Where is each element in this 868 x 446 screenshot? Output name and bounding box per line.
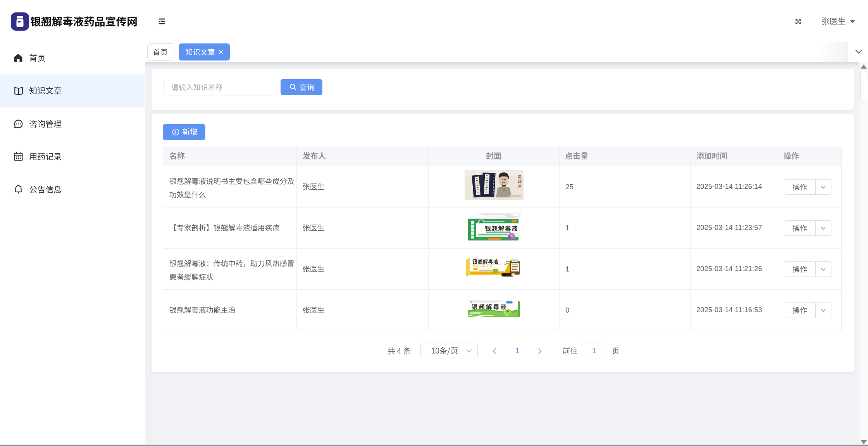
svg-text:Yinqiao Jiedu Ye: Yinqiao Jiedu Ye xyxy=(473,265,493,268)
